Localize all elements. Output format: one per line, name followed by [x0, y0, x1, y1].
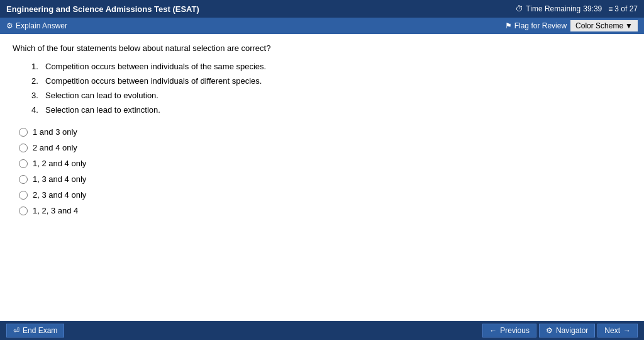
option-item[interactable]: 1 and 3 only: [19, 127, 631, 137]
sub-bar-right: ⚑ Flag for Review Color Scheme ▼: [505, 20, 638, 31]
time-remaining: ⏱ Time Remaining 39:39: [516, 4, 602, 13]
next-icon: →: [623, 326, 631, 335]
option-radio[interactable]: [19, 144, 28, 152]
option-item[interactable]: 1, 2, 3 and 4: [19, 206, 631, 215]
top-bar-right: ⏱ Time Remaining 39:39 ≡ 3 of 27: [516, 4, 638, 13]
statement-text: Competition occurs between individuals o…: [45, 62, 266, 71]
option-radio[interactable]: [19, 159, 28, 168]
explain-answer-button[interactable]: ⚙ Explain Answer: [6, 21, 67, 30]
navigator-button[interactable]: ⚙ Navigator: [539, 324, 595, 337]
statement-item: 4.Selection can lead to extinction.: [31, 105, 631, 115]
statement-num: 2.: [31, 76, 42, 86]
end-exam-icon: ⏎: [13, 326, 19, 335]
statement-text: Competition occurs between individuals o…: [45, 76, 262, 86]
main-content: Which of the four statements below about…: [0, 34, 644, 321]
option-item[interactable]: 1, 3 and 4 only: [19, 174, 631, 184]
bottom-nav: ← Previous ⚙ Navigator Next →: [482, 324, 638, 337]
options-list: 1 and 3 only2 and 4 only1, 2 and 4 only1…: [19, 127, 631, 215]
statement-text: Selection can lead to evolution.: [45, 91, 158, 100]
next-button[interactable]: Next →: [597, 324, 638, 337]
option-label[interactable]: 2 and 4 only: [33, 143, 77, 152]
flag-icon: ⚑: [505, 21, 512, 30]
flag-label: Flag for Review: [514, 21, 567, 30]
option-item[interactable]: 1, 2 and 4 only: [19, 159, 631, 168]
option-label[interactable]: 1, 2, 3 and 4: [33, 206, 78, 215]
previous-button[interactable]: ← Previous: [482, 324, 536, 337]
option-label[interactable]: 1, 2 and 4 only: [33, 159, 86, 168]
statement-item: 1.Competition occurs between individuals…: [31, 62, 631, 71]
dropdown-icon: ▼: [625, 21, 633, 30]
question-count-value: 3 of 27: [614, 4, 638, 13]
time-label: Time Remaining: [526, 4, 580, 13]
option-item[interactable]: 2, 3 and 4 only: [19, 190, 631, 200]
lines-icon: ≡: [608, 4, 613, 13]
app-title: Engineering and Science Admissions Test …: [6, 4, 199, 14]
question-count: ≡ 3 of 27: [608, 4, 638, 13]
statement-num: 4.: [31, 105, 42, 115]
option-item[interactable]: 2 and 4 only: [19, 143, 631, 152]
color-scheme-button[interactable]: Color Scheme ▼: [570, 20, 638, 31]
statement-num: 3.: [31, 91, 42, 100]
option-radio[interactable]: [19, 175, 28, 184]
previous-icon: ←: [489, 326, 497, 335]
option-label[interactable]: 1, 3 and 4 only: [33, 174, 86, 184]
statements-list: 1.Competition occurs between individuals…: [31, 62, 631, 115]
question-text: Which of the four statements below about…: [13, 43, 631, 53]
statement-num: 1.: [31, 62, 42, 71]
statement-item: 3.Selection can lead to evolution.: [31, 91, 631, 100]
end-exam-label: End Exam: [23, 326, 57, 335]
option-label[interactable]: 1 and 3 only: [33, 127, 77, 137]
option-label[interactable]: 2, 3 and 4 only: [33, 190, 86, 200]
explain-label: Explain Answer: [16, 21, 67, 30]
bottom-bar: ⏎ End Exam ← Previous ⚙ Navigator Next →: [0, 321, 644, 340]
previous-label: Previous: [500, 326, 530, 335]
next-label: Next: [604, 326, 620, 335]
navigator-icon: ⚙: [546, 326, 553, 335]
clock-icon: ⏱: [516, 4, 523, 13]
option-radio[interactable]: [19, 207, 28, 215]
top-bar: Engineering and Science Admissions Test …: [0, 0, 644, 18]
explain-icon: ⚙: [6, 21, 13, 30]
statement-item: 2.Competition occurs between individuals…: [31, 76, 631, 86]
color-scheme-label: Color Scheme: [575, 21, 623, 30]
sub-bar: ⚙ Explain Answer ⚑ Flag for Review Color…: [0, 18, 644, 34]
option-radio[interactable]: [19, 128, 28, 137]
flag-review-button[interactable]: ⚑ Flag for Review: [505, 21, 567, 30]
statement-text: Selection can lead to extinction.: [45, 105, 160, 115]
option-radio[interactable]: [19, 191, 28, 200]
time-value: 39:39: [583, 4, 602, 13]
navigator-label: Navigator: [556, 326, 588, 335]
end-exam-button[interactable]: ⏎ End Exam: [6, 324, 64, 337]
